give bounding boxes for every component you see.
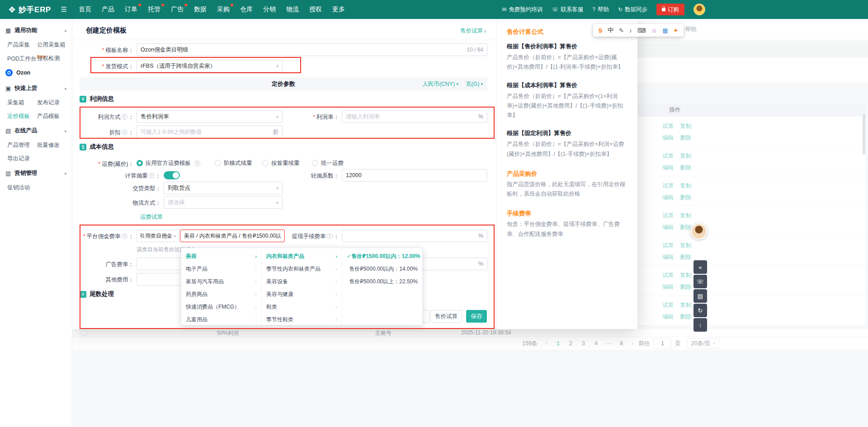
cascade-item-rate-5000-over[interactable]: 售价₽5000.00以上：22.50%	[342, 275, 422, 288]
nav-distribution[interactable]: 分销	[263, 5, 276, 14]
cascade-item-shoes[interactable]: 鞋类›	[262, 300, 342, 313]
throw-weight-toggle[interactable]	[164, 171, 180, 179]
info-icon[interactable]: ?	[122, 129, 127, 135]
freight-trial-link[interactable]: 运费试算	[140, 213, 163, 221]
ime-pen-icon[interactable]: ✎	[619, 27, 624, 34]
sidebar-item-batch-edit[interactable]: 批量修改	[37, 141, 66, 149]
commission-category-select[interactable]: 美容 / 内衣和袜类产品 / 售价₽1500.00以	[180, 230, 285, 242]
profit-mode-select[interactable]: 售价利润率 ▾	[137, 110, 283, 123]
sidebar-item-promotions[interactable]: 促销活动	[7, 184, 36, 192]
doc-icon[interactable]: ▤	[693, 289, 707, 303]
nav-product[interactable]: 产品	[102, 5, 114, 14]
sidebar-item-export-records[interactable]: 导出记录	[7, 155, 36, 163]
ime-skin-icon[interactable]: ✦	[673, 27, 678, 34]
freight-option-flat[interactable]: 统一运费	[312, 159, 344, 168]
floating-avatar[interactable]	[691, 223, 707, 239]
cascade-item-electronics[interactable]: 电子产品›	[181, 263, 261, 275]
cascade-item-beauty-devices[interactable]: 美容设备›	[262, 275, 342, 288]
info-icon[interactable]: ?	[122, 233, 127, 239]
currency-select[interactable]: 人民币(CNY)▾	[422, 80, 458, 88]
nav-more[interactable]: 更多	[332, 5, 345, 14]
commission-mode-select[interactable]: 引用类目佣金 ▾	[137, 230, 179, 242]
info-icon[interactable]: ?	[122, 114, 127, 120]
sidebar-item-product-template[interactable]: 产品模板	[37, 113, 66, 120]
nav-authorization[interactable]: 授权	[309, 5, 322, 14]
ime-mic-icon[interactable]: ♪	[629, 27, 632, 34]
freight-option-official[interactable]: 应用官方运费模板?	[137, 159, 201, 168]
cascade-item-rate-1500[interactable]: ✓售价₽1500.00以内：12.00%	[342, 250, 422, 263]
back-top-icon[interactable]: ↑	[693, 318, 707, 332]
data-sync-link[interactable]: ↻数据同步	[618, 6, 647, 14]
sidebar-item-publish-records[interactable]: 发布记录	[37, 99, 66, 107]
sidebar-item-collect-box[interactable]: 采集箱	[7, 99, 36, 107]
info-icon[interactable]: ?	[149, 173, 155, 178]
cascade-item-home-auto[interactable]: 家居与汽车用品›	[181, 275, 261, 288]
cascade-item-beauty-health[interactable]: 美容与健康›	[262, 288, 342, 300]
cascade-item-pharmacy[interactable]: 药房商品›	[181, 288, 261, 300]
cascade-item-seasonal-shoes[interactable]: 季节性鞋类›	[262, 313, 342, 325]
nav-purchase[interactable]: 采购	[217, 5, 230, 14]
cascade-item-underwear-socks[interactable]: 内衣和袜类产品›	[262, 250, 342, 263]
save-button[interactable]: 保存	[466, 310, 487, 323]
subscribe-button[interactable]: 订购	[656, 4, 684, 15]
weight-unit-select[interactable]: 克(G)▾	[466, 80, 483, 88]
light-factor-field[interactable]	[342, 169, 487, 182]
new-badge-icon	[138, 4, 141, 6]
sidebar-group-quick-listing[interactable]: ▣ 快速上货 ▴	[0, 80, 72, 96]
sidebar-group-general[interactable]: ▦ 通用功能 ▴	[0, 23, 72, 38]
template-name-field[interactable]: 10 / 64	[137, 43, 487, 56]
sidebar-item-pricing-template[interactable]: 定价模板	[7, 113, 36, 120]
ime-logo-icon[interactable]: S	[599, 27, 603, 34]
sidebar-item-public-collect-box[interactable]: 公用采集箱	[37, 41, 66, 49]
light-factor-input[interactable]	[346, 172, 483, 178]
freight-option-tiered[interactable]: 阶梯式续重	[215, 159, 252, 168]
price-trial-button[interactable]: 售价试算	[430, 310, 462, 323]
nav-hosting[interactable]: 托管	[148, 5, 160, 14]
sidebar-item-pod-workbench[interactable]: POD工作台Beta	[7, 54, 36, 63]
price-trial-header-link[interactable]: 售价试算 ›	[460, 27, 486, 35]
cascade-item-fmcg[interactable]: 快速消费品（FMCG）›	[181, 300, 261, 313]
sidebar-item-product-manage[interactable]: 产品管理	[7, 141, 36, 149]
info-icon[interactable]: ?	[194, 160, 200, 166]
profit-rate-input[interactable]	[346, 113, 476, 120]
freight-option-firstweight[interactable]: 按首重续重	[262, 159, 300, 168]
help-link[interactable]: ?帮助	[592, 6, 609, 14]
nav-data[interactable]: 数据	[194, 5, 207, 14]
profit-rate-field[interactable]: %	[342, 110, 487, 123]
collapse-icon[interactable]: «	[693, 260, 707, 274]
nav-warehouse[interactable]: 仓库	[240, 5, 253, 14]
cascade-item-seasonal-underwear[interactable]: 季节性内衣和袜类产品›	[262, 263, 342, 275]
nav-ads[interactable]: 广告	[171, 5, 184, 14]
delivery-type-select[interactable]: 到取货点 ▾	[164, 182, 283, 194]
ime-language-icon[interactable]: 中	[608, 26, 613, 34]
menu-toggle-icon[interactable]: ☰	[61, 5, 67, 14]
info-icon[interactable]: ?	[327, 233, 333, 239]
ime-apps-icon[interactable]: ▦	[662, 27, 668, 34]
cascade-item-children[interactable]: 儿童用品›	[181, 313, 261, 325]
phone-icon[interactable]: ☏	[693, 275, 707, 288]
ime-keyboard-icon[interactable]: ⌨	[637, 27, 646, 34]
discount-field[interactable]: 折	[137, 126, 283, 138]
user-avatar[interactable]	[693, 4, 705, 15]
sidebar-group-online-products[interactable]: ▤ 在线产品 ▴	[0, 123, 72, 138]
discount-input[interactable]	[141, 129, 270, 135]
cascade-item-rate-5000-under[interactable]: 售价₽5000.00以内：14.00%	[342, 263, 422, 275]
logistics-select[interactable]: 请选择 ▾	[164, 196, 283, 209]
nav-home[interactable]: 首页	[79, 5, 91, 14]
sidebar-platform-ozon[interactable]: O Ozon	[0, 65, 72, 80]
chevron-up-icon: ▴	[64, 86, 66, 90]
contact-support-link[interactable]: ☏联系客服	[552, 6, 583, 14]
shipping-mode-select[interactable]: rFBS（适用于跨境自营卖家） ▾	[137, 60, 283, 72]
sidebar-item-product-collect[interactable]: 产品采集	[7, 41, 36, 49]
free-training-link[interactable]: ✉免费预约培训	[502, 6, 542, 14]
withdraw-fee-field[interactable]: %	[342, 230, 487, 242]
ime-emoji-icon[interactable]: ☺	[651, 27, 657, 34]
refresh-icon[interactable]: ↻	[693, 304, 707, 317]
withdraw-fee-input[interactable]	[346, 233, 476, 239]
nav-order[interactable]: 订单	[125, 5, 137, 14]
sidebar-item-infringement-check[interactable]: 侵权检测	[37, 55, 66, 62]
cascade-item-beauty[interactable]: 美容›	[181, 250, 261, 263]
nav-logistics[interactable]: 物流	[286, 5, 299, 14]
template-name-input[interactable]	[141, 47, 463, 53]
sidebar-group-marketing[interactable]: ▥ 营销管理 ▴	[0, 165, 72, 181]
